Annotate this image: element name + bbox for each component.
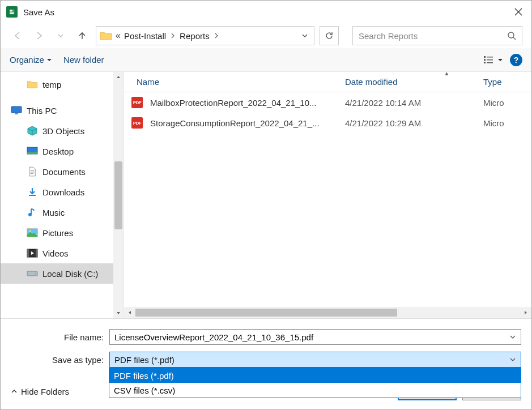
forward-button[interactable]: [31, 28, 47, 44]
sidebar-scrollbar[interactable]: [113, 72, 124, 318]
pdf-icon: PDF: [131, 117, 143, 129]
tree-item-downloads[interactable]: Downloads: [1, 182, 124, 202]
file-list-pane: ▲ Name Date modified Type PDF MailboxPro…: [124, 72, 531, 318]
picture-icon: [27, 228, 38, 238]
video-icon: [27, 248, 38, 258]
svg-rect-2: [484, 56, 486, 58]
view-button[interactable]: [484, 55, 503, 65]
svg-rect-11: [27, 152, 37, 154]
saveastype-combo[interactable]: PDF files (*.pdf): [109, 352, 521, 368]
svg-rect-9: [15, 113, 18, 114]
nav-tree: temp This PC 3D Objects Desktop Doc: [1, 72, 124, 318]
filename-input[interactable]: [114, 332, 509, 342]
search-input[interactable]: [359, 31, 507, 41]
column-name[interactable]: Name: [124, 77, 345, 87]
arrow-right-icon: [34, 31, 44, 41]
tree-item-3d-objects[interactable]: 3D Objects: [1, 121, 124, 141]
window-title: Save As: [23, 7, 54, 17]
arrow-up-icon: [77, 31, 87, 41]
file-row[interactable]: PDF StorageConsumptionReport_2022_04_21_…: [124, 113, 531, 133]
organize-label: Organize: [10, 55, 44, 65]
horizontal-scrollbar[interactable]: [124, 307, 531, 318]
tree-item-this-pc[interactable]: This PC: [1, 100, 124, 121]
new-folder-label: New folder: [63, 55, 104, 65]
chevron-up-icon: [11, 388, 18, 395]
tree-label: Downloads: [42, 187, 84, 197]
caret-down-icon: [497, 57, 503, 63]
svg-rect-7: [487, 62, 493, 63]
scroll-right-icon[interactable]: [520, 310, 531, 315]
file-type: Micro: [483, 98, 531, 108]
svg-point-1: [508, 32, 514, 38]
svg-rect-18: [36, 249, 37, 257]
scroll-up-icon[interactable]: [113, 72, 124, 82]
address-bar[interactable]: « Post-Install Reports: [96, 26, 314, 45]
folder-icon: [100, 31, 112, 41]
tree-label: Videos: [42, 249, 69, 258]
saveastype-dropdown: PDF files (*.pdf) CSV files (*.csv): [109, 368, 521, 398]
filename-field[interactable]: [109, 329, 521, 345]
scroll-down-icon[interactable]: [113, 308, 124, 318]
tree-item-desktop[interactable]: Desktop: [1, 141, 124, 161]
tree-label: Desktop: [42, 147, 74, 156]
caret-down-icon: [46, 57, 52, 63]
close-button[interactable]: [505, 1, 531, 23]
tree-label: Local Disk (C:): [42, 269, 98, 279]
scrollbar-thumb[interactable]: [114, 161, 122, 229]
help-button[interactable]: ?: [510, 54, 522, 66]
svg-rect-4: [484, 59, 486, 61]
refresh-button[interactable]: [320, 26, 339, 45]
tree-item-documents[interactable]: Documents: [1, 161, 124, 182]
scrollbar-thumb[interactable]: [135, 309, 397, 317]
column-date[interactable]: Date modified: [345, 77, 483, 87]
nav-row: « Post-Install Reports: [1, 23, 531, 48]
file-date: 4/21/2022 10:29 AM: [345, 118, 483, 128]
music-icon: [27, 207, 38, 217]
tree-label: 3D Objects: [42, 126, 84, 136]
up-button[interactable]: [74, 28, 90, 44]
tree-label: This PC: [27, 106, 57, 116]
file-type: Micro: [483, 118, 531, 128]
search-box[interactable]: [352, 26, 522, 45]
address-dropdown[interactable]: [301, 32, 310, 39]
file-date: 4/21/2022 10:14 AM: [345, 98, 483, 108]
help-icon: ?: [514, 55, 519, 65]
svg-rect-6: [484, 62, 486, 63]
drive-icon: [27, 268, 38, 279]
column-type[interactable]: Type: [483, 77, 531, 87]
filetype-option[interactable]: PDF files (*.pdf): [109, 368, 521, 383]
arrow-left-icon: [12, 31, 23, 41]
back-button[interactable]: [10, 28, 25, 44]
new-folder-button[interactable]: New folder: [63, 55, 104, 65]
breadcrumb-seg1[interactable]: Post-Install: [124, 31, 166, 41]
file-row[interactable]: PDF MailboxProtectionReport_2022_04_21_1…: [124, 92, 531, 113]
main-area: temp This PC 3D Objects Desktop Doc: [1, 72, 531, 319]
tree-label: Documents: [42, 167, 86, 177]
tree-item-local-disk[interactable]: Local Disk (C:): [1, 263, 124, 284]
chevron-right-icon: [169, 33, 176, 39]
toolbar: Organize New folder ?: [1, 48, 531, 72]
view-details-icon: [484, 55, 495, 65]
breadcrumb-seg2[interactable]: Reports: [180, 31, 210, 41]
chevron-down-icon[interactable]: [509, 334, 516, 340]
organize-button[interactable]: Organize: [10, 55, 52, 65]
download-icon: [27, 187, 38, 197]
breadcrumb-ellipsis[interactable]: «: [116, 31, 121, 41]
document-icon: [27, 166, 38, 177]
recent-button[interactable]: [53, 28, 69, 44]
folder-icon: [27, 79, 38, 89]
scroll-left-icon[interactable]: [124, 310, 135, 315]
hide-folders-toggle[interactable]: Hide Folders: [11, 387, 69, 396]
tree-item-videos[interactable]: Videos: [1, 243, 124, 263]
svg-point-12: [28, 213, 32, 216]
monitor-icon: [11, 105, 22, 116]
tree-label: temp: [42, 80, 61, 89]
chevron-down-icon: [509, 356, 516, 363]
tree-item-pictures[interactable]: Pictures: [1, 223, 124, 243]
tree-item-music[interactable]: Music: [1, 202, 124, 223]
tree-item-temp[interactable]: temp: [1, 74, 124, 95]
filetype-option[interactable]: CSV files (*.csv): [109, 383, 521, 398]
cube-icon: [27, 126, 38, 136]
saveastype-label: Save as type:: [11, 355, 109, 365]
svg-rect-3: [487, 57, 493, 58]
